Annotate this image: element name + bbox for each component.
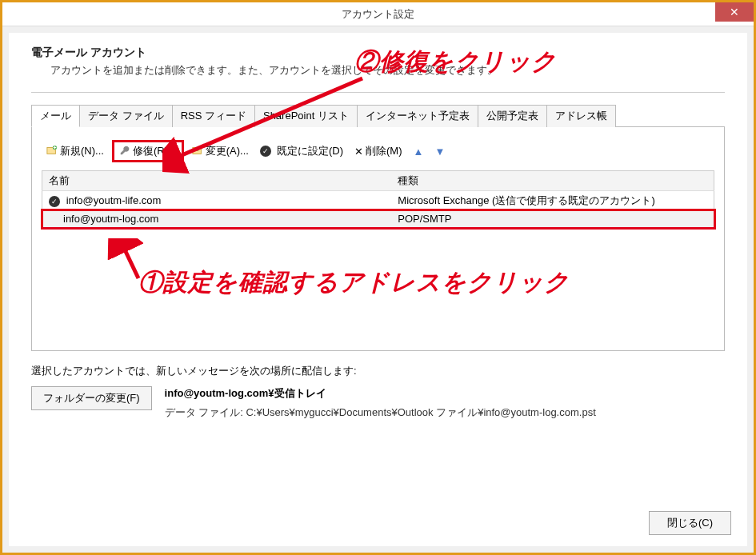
new-account-button[interactable]: 新規(N)... bbox=[43, 142, 107, 160]
change-account-button[interactable]: 変更(A)... bbox=[189, 142, 252, 160]
tab-internet-calendars[interactable]: インターネット予定表 bbox=[357, 105, 478, 127]
change-account-label: 変更(A)... bbox=[206, 144, 249, 158]
move-up-button[interactable]: ▲ bbox=[410, 144, 427, 159]
mail-tab-panel: 新規(N)... 修復(R)... 変更(A)... ✓ 既定に設 bbox=[31, 127, 725, 351]
arrow-down-icon: ▼ bbox=[434, 146, 445, 158]
delivery-label: 選択したアカウントでは、新しいメッセージを次の場所に配信します: bbox=[31, 364, 725, 378]
delete-icon: ✕ bbox=[354, 146, 363, 158]
change-folder-button[interactable]: フォルダーの変更(F) bbox=[31, 386, 152, 410]
wrench-icon bbox=[119, 145, 130, 158]
account-type: POP/SMTP bbox=[391, 210, 714, 228]
section-heading: 電子メール アカウント bbox=[31, 46, 725, 60]
change-icon bbox=[192, 145, 203, 158]
account-toolbar: 新規(N)... 修復(R)... 変更(A)... ✓ 既定に設 bbox=[42, 137, 714, 170]
set-default-button[interactable]: ✓ 既定に設定(D) bbox=[257, 142, 346, 160]
col-name[interactable]: 名前 bbox=[42, 171, 392, 191]
tab-sharepoint-lists[interactable]: SharePoint リスト bbox=[254, 105, 358, 127]
account-name: info@youtm-log.com bbox=[63, 213, 158, 225]
delete-account-label: 削除(M) bbox=[366, 144, 402, 158]
account-row[interactable]: ✓ info@youtm-life.com Microsoft Exchange… bbox=[42, 191, 714, 211]
titlebar: アカウント設定 ✕ bbox=[2, 2, 754, 26]
repair-account-label: 修復(R)... bbox=[133, 144, 177, 158]
divider bbox=[31, 92, 725, 93]
account-name: info@youtm-life.com bbox=[66, 194, 162, 206]
new-account-label: 新規(N)... bbox=[60, 144, 104, 158]
new-icon bbox=[46, 145, 58, 158]
col-type[interactable]: 種類 bbox=[391, 171, 714, 191]
account-type: Microsoft Exchange (送信で使用する既定のアカウント) bbox=[391, 191, 714, 211]
tab-mail[interactable]: メール bbox=[31, 105, 80, 127]
default-account-icon: ✓ bbox=[49, 196, 60, 207]
move-down-button[interactable]: ▼ bbox=[431, 144, 448, 159]
account-settings-window: アカウント設定 ✕ 電子メール アカウント アカウントを追加または削除できます。… bbox=[0, 0, 756, 555]
accounts-table: 名前 種類 ✓ info@youtm-life.com Microsoft Ex… bbox=[42, 170, 714, 228]
delivery-data-file: データ ファイル: C:¥Users¥mygucci¥Documents¥Out… bbox=[165, 405, 596, 420]
close-dialog-button[interactable]: 閉じる(C) bbox=[649, 511, 731, 535]
tab-strip: メール データ ファイル RSS フィード SharePoint リスト インタ… bbox=[31, 104, 725, 127]
repair-account-button[interactable]: 修復(R)... bbox=[112, 140, 184, 162]
tab-rss-feeds[interactable]: RSS フィード bbox=[172, 105, 255, 127]
tab-address-books[interactable]: アドレス帳 bbox=[546, 105, 616, 127]
account-row[interactable]: info@youtm-log.com POP/SMTP bbox=[42, 210, 714, 228]
window-close-button[interactable]: ✕ bbox=[715, 2, 754, 22]
delete-account-button[interactable]: ✕ 削除(M) bbox=[351, 142, 406, 160]
delivery-location-bold: info@youtm-log.com¥受信トレイ bbox=[165, 387, 326, 399]
set-default-label: 既定に設定(D) bbox=[277, 144, 343, 158]
check-circle-icon: ✓ bbox=[260, 146, 271, 157]
section-subheading: アカウントを追加または削除できます。また、アカウントを選択してその設定を変更でき… bbox=[50, 63, 725, 78]
delivery-section: 選択したアカウントでは、新しいメッセージを次の場所に配信します: フォルダーの変… bbox=[31, 364, 725, 420]
tab-published-calendars[interactable]: 公開予定表 bbox=[478, 105, 547, 127]
arrow-up-icon: ▲ bbox=[414, 146, 424, 158]
close-icon: ✕ bbox=[730, 6, 739, 18]
window-title: アカウント設定 bbox=[342, 7, 414, 22]
dialog-content: 電子メール アカウント アカウントを追加または削除できます。また、アカウントを選… bbox=[9, 33, 747, 546]
delivery-location: info@youtm-log.com¥受信トレイ bbox=[165, 386, 596, 401]
tab-data-files[interactable]: データ ファイル bbox=[79, 105, 173, 127]
